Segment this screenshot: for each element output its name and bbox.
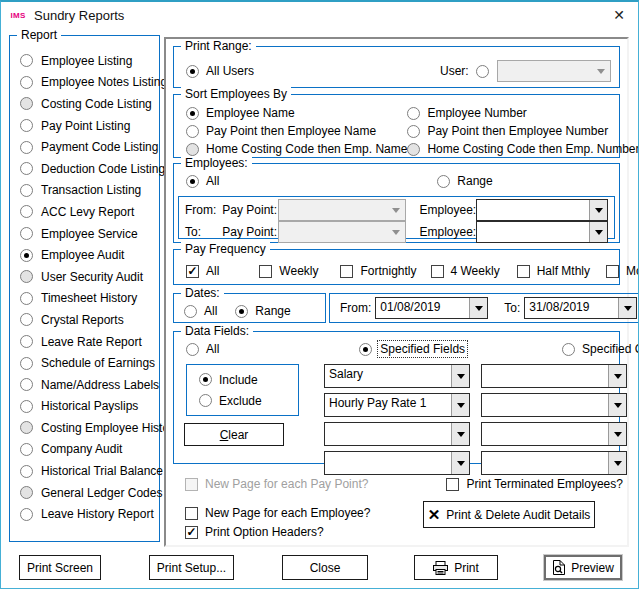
sort-option[interactable]: Employee Name bbox=[186, 105, 407, 121]
sort-option[interactable]: Pay Point then Employee Number bbox=[407, 123, 639, 139]
radio-icon[interactable] bbox=[20, 205, 33, 218]
radio-icon[interactable] bbox=[562, 343, 575, 356]
freq-option[interactable]: ✓ Monthly bbox=[606, 264, 639, 278]
checkbox-icon[interactable]: ✓ bbox=[446, 478, 459, 491]
radio-icon[interactable] bbox=[359, 343, 372, 356]
print-delete-audit-button[interactable]: ✕ Print & Delete Audit Details bbox=[423, 501, 595, 528]
radio-icon[interactable] bbox=[20, 486, 33, 499]
report-radio-option[interactable]: Name/Address Labels bbox=[20, 374, 155, 396]
print-setup-button[interactable]: Print Setup... bbox=[149, 555, 234, 580]
radio-icon[interactable] bbox=[20, 76, 33, 89]
radio-icon[interactable] bbox=[186, 65, 199, 78]
radio-icon[interactable] bbox=[199, 373, 212, 386]
freq-option[interactable]: ✓ Half Mthly bbox=[517, 264, 590, 278]
sort-option[interactable]: Home Costing Code then Emp. Number bbox=[407, 141, 639, 157]
chevron-down-icon[interactable] bbox=[469, 298, 487, 318]
print-option-headers-option[interactable]: ✓ Print Option Headers? bbox=[185, 525, 324, 539]
close-button[interactable]: Close bbox=[282, 555, 368, 580]
radio-icon[interactable] bbox=[186, 175, 199, 188]
freq-option[interactable]: ✓ Fortnightly bbox=[340, 264, 416, 278]
radio-icon[interactable] bbox=[20, 249, 33, 262]
chevron-down-icon[interactable] bbox=[618, 298, 636, 318]
exclude-option[interactable]: Exclude bbox=[199, 394, 298, 408]
report-radio-option[interactable]: Transaction Listing bbox=[20, 180, 155, 202]
radio-icon[interactable] bbox=[20, 292, 33, 305]
report-radio-option[interactable]: Crystal Reports bbox=[20, 309, 155, 331]
radio-icon[interactable] bbox=[20, 508, 33, 521]
checkbox-icon[interactable]: ✓ bbox=[259, 265, 272, 278]
checkbox-icon[interactable]: ✓ bbox=[431, 265, 444, 278]
new-page-employee-option[interactable]: ✓ New Page for each Employee? bbox=[185, 506, 370, 520]
report-radio-option[interactable]: Schedule of Earnings bbox=[20, 352, 155, 374]
field-combobox[interactable] bbox=[324, 422, 470, 446]
sort-option[interactable]: Pay Point then Employee Name bbox=[186, 123, 407, 139]
report-radio-option[interactable]: Pay Point Listing bbox=[20, 115, 155, 137]
print-terminated-option[interactable]: ✓ Print Terminated Employees? bbox=[446, 477, 623, 491]
freq-option[interactable]: ✓ All bbox=[186, 264, 219, 278]
specified-fields-option[interactable]: Specified Fields bbox=[359, 342, 466, 356]
checkbox-icon[interactable]: ✓ bbox=[185, 507, 198, 520]
radio-icon[interactable] bbox=[20, 270, 33, 283]
from-pay-point-combobox[interactable] bbox=[278, 199, 405, 221]
report-radio-option[interactable]: Costing Code Listing bbox=[20, 93, 155, 115]
report-radio-option[interactable]: Employee Service bbox=[20, 223, 155, 245]
freq-option[interactable]: ✓ 4 Weekly bbox=[431, 264, 500, 278]
data-fields-all-option[interactable]: All bbox=[186, 342, 219, 356]
report-radio-option[interactable]: Deduction Code Listing bbox=[20, 158, 155, 180]
radio-icon[interactable] bbox=[235, 305, 248, 318]
dates-all-option[interactable]: All bbox=[184, 304, 217, 318]
chevron-down-icon[interactable] bbox=[608, 394, 626, 416]
checkbox-icon[interactable]: ✓ bbox=[340, 265, 353, 278]
date-from-combobox[interactable]: 01/08/2019 bbox=[375, 297, 488, 319]
field-combobox[interactable] bbox=[481, 393, 627, 417]
include-option[interactable]: Include bbox=[199, 373, 298, 387]
from-employee-combobox[interactable] bbox=[476, 199, 608, 221]
radio-icon[interactable] bbox=[407, 107, 420, 120]
radio-icon[interactable] bbox=[407, 143, 420, 156]
report-radio-option[interactable]: Leave Rate Report bbox=[20, 331, 155, 353]
report-radio-option[interactable]: Company Audit bbox=[20, 439, 155, 461]
radio-icon[interactable] bbox=[20, 54, 33, 67]
chevron-down-icon[interactable] bbox=[589, 222, 607, 242]
preview-button[interactable]: Preview bbox=[544, 555, 622, 580]
chevron-down-icon[interactable] bbox=[451, 394, 469, 416]
radio-icon[interactable] bbox=[20, 335, 33, 348]
radio-icon[interactable] bbox=[20, 119, 33, 132]
radio-icon[interactable] bbox=[20, 421, 33, 434]
specified-groups-option[interactable]: Specified Groups bbox=[562, 342, 639, 356]
report-radio-option[interactable]: General Ledger Codes bbox=[20, 482, 155, 504]
checkbox-icon[interactable]: ✓ bbox=[186, 265, 199, 278]
report-radio-option[interactable]: Employee Listing bbox=[20, 50, 155, 72]
chevron-down-icon[interactable] bbox=[608, 365, 626, 387]
sort-option[interactable]: Employee Number bbox=[407, 105, 639, 121]
field-combobox[interactable]: Salary bbox=[324, 364, 470, 388]
close-icon[interactable]: ✕ bbox=[608, 7, 630, 23]
clear-button[interactable]: Clear bbox=[184, 423, 284, 446]
field-combobox[interactable] bbox=[481, 422, 627, 446]
report-radio-option[interactable]: Employee Notes Listing bbox=[20, 72, 155, 94]
report-radio-option[interactable]: ACC Levy Report bbox=[20, 201, 155, 223]
report-radio-option[interactable]: Historical Payslips bbox=[20, 396, 155, 418]
checkbox-icon[interactable]: ✓ bbox=[606, 265, 619, 278]
radio-icon[interactable] bbox=[186, 125, 199, 138]
radio-icon[interactable] bbox=[20, 400, 33, 413]
dates-range-option[interactable]: Range bbox=[235, 304, 290, 318]
radio-icon[interactable] bbox=[20, 162, 33, 175]
chevron-down-icon[interactable] bbox=[451, 365, 469, 387]
report-radio-option[interactable]: Historical Trial Balance bbox=[20, 460, 155, 482]
report-radio-option[interactable]: User Security Audit bbox=[20, 266, 155, 288]
report-radio-option[interactable]: Payment Code Listing bbox=[20, 136, 155, 158]
user-option[interactable]: User: bbox=[440, 64, 489, 78]
user-combobox[interactable] bbox=[497, 60, 611, 82]
radio-icon[interactable] bbox=[20, 97, 33, 110]
field-combobox[interactable] bbox=[481, 364, 627, 388]
all-users-option[interactable]: All Users bbox=[186, 64, 254, 78]
radio-icon[interactable] bbox=[476, 65, 489, 78]
print-button[interactable]: Print bbox=[414, 555, 498, 580]
radio-icon[interactable] bbox=[20, 313, 33, 326]
radio-icon[interactable] bbox=[20, 378, 33, 391]
report-radio-option[interactable]: Employee Audit bbox=[20, 244, 155, 266]
radio-icon[interactable] bbox=[20, 357, 33, 370]
radio-icon[interactable] bbox=[20, 465, 33, 478]
chevron-down-icon[interactable] bbox=[589, 200, 607, 220]
